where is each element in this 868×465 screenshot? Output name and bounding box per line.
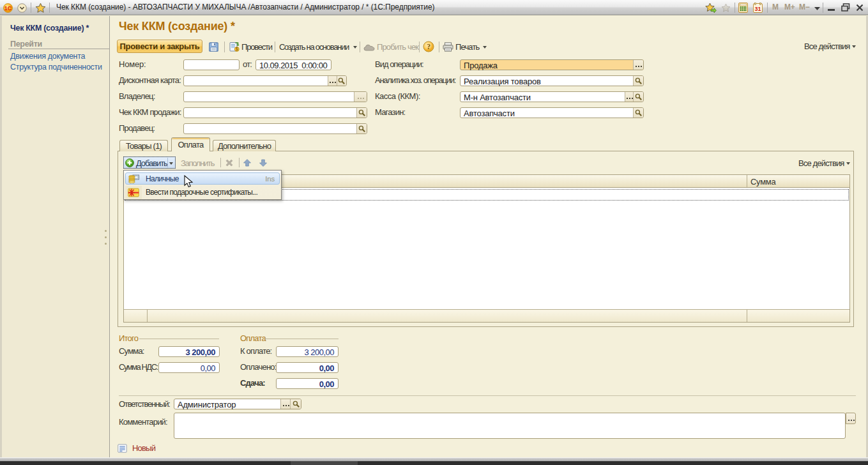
svg-text:1С: 1С xyxy=(4,5,12,11)
svg-text:$: $ xyxy=(236,47,238,52)
svg-text:?: ? xyxy=(427,43,430,50)
svg-text:31: 31 xyxy=(754,6,761,12)
